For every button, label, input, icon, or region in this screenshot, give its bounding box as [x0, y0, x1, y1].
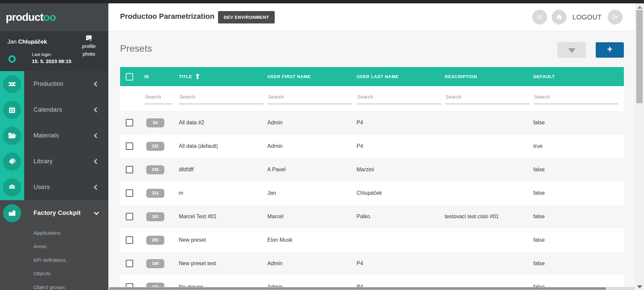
row-checkbox-cell: [120, 166, 144, 173]
calendar-icon: [3, 101, 21, 119]
column-header-label: ID: [144, 74, 149, 79]
last-login: Last login: 15. 5. 2023 08:15: [32, 52, 71, 64]
column-header-default[interactable]: DEFAULT: [533, 74, 624, 79]
table-row: 321mJanChlupáčekfalse: [120, 181, 624, 205]
row-checkbox-cell: [120, 260, 144, 267]
filter-button[interactable]: [557, 42, 586, 58]
search-input-description[interactable]: [445, 93, 530, 104]
last-login-value: 15. 5. 2023 08:15: [32, 58, 71, 64]
search-cell-title: [179, 93, 267, 104]
list-icon: [536, 13, 543, 21]
sidebar-item-production[interactable]: Production: [0, 71, 108, 97]
sidebar-item-label: Materials: [34, 132, 59, 139]
sidebar-menu-list: ProductionCalendarsMaterialsLibraryUsers…: [0, 71, 108, 290]
chevron-left-icon: [94, 81, 99, 87]
table-row: 184New preset testAdminP4false: [120, 252, 624, 275]
sidebar-subitem-object-groups[interactable]: Object groups: [0, 280, 108, 290]
vertical-scrollbar[interactable]: [635, 3, 644, 290]
content-area: Presets + IDTITLEUSER FIRST NAMEUSER LAS…: [108, 31, 635, 290]
cell-last-name: Palko: [357, 214, 445, 220]
column-header-id[interactable]: ID: [144, 74, 179, 79]
row-checkbox[interactable]: [126, 119, 133, 126]
chevron-left-icon: [94, 133, 99, 138]
window-top-bar: [0, 0, 644, 3]
cell-first-name: A Pavel: [267, 167, 357, 173]
search-cell-id: [144, 93, 179, 104]
cell-title: dfdfdff: [179, 167, 267, 173]
scroll-up-arrow-icon[interactable]: [637, 6, 642, 9]
cell-id: 181: [144, 142, 179, 151]
profile-photo-alt-text: profile photo: [77, 42, 101, 57]
horizontal-scrollbar[interactable]: [108, 287, 635, 290]
row-checkbox[interactable]: [126, 166, 133, 173]
logout-button[interactable]: LOGOUT: [573, 13, 602, 21]
sort-ascending-icon: [195, 73, 200, 80]
page-title: Presets: [120, 43, 152, 54]
table-body: 64All data #2AdminP4false181All data (de…: [120, 111, 624, 290]
row-checkbox[interactable]: [126, 213, 133, 220]
cell-default: false: [533, 167, 624, 173]
column-header-title[interactable]: TITLE: [179, 73, 267, 80]
cell-id: 281: [144, 236, 179, 245]
horizontal-scrollbar-thumb[interactable]: [109, 287, 606, 290]
sidebar-subitem-objects[interactable]: Objects: [0, 267, 108, 281]
profile-photo-placeholder[interactable]: profile photo: [77, 34, 101, 57]
id-badge: 184: [146, 259, 164, 268]
search-input-user-first-name[interactable]: [267, 93, 352, 104]
search-input-user-last-name[interactable]: [357, 93, 441, 104]
cell-default: false: [533, 120, 624, 126]
table-row: 161Marcel Test #01MarcelPalkotestovaci t…: [120, 205, 624, 228]
cell-title: New preset test: [179, 260, 267, 267]
search-cell-user-last-name: [357, 93, 445, 104]
cell-default: true: [533, 143, 624, 149]
logo-band: productoo: [0, 3, 108, 31]
productoo-logo[interactable]: productoo: [6, 11, 56, 23]
column-header-label: DEFAULT: [533, 74, 555, 79]
id-badge: 161: [146, 212, 164, 221]
search-input-title[interactable]: [179, 93, 264, 104]
cell-first-name: Admin: [267, 260, 357, 267]
chevron-left-icon: [94, 107, 99, 113]
select-all-checkbox[interactable]: [126, 73, 133, 80]
cell-title: Marcel Test #01: [179, 214, 267, 220]
home-button[interactable]: [552, 10, 567, 24]
sidebar-subitem-areas[interactable]: Areas: [0, 240, 108, 253]
column-header-description[interactable]: DESCRIPTION: [445, 74, 533, 79]
last-login-label: Last login:: [32, 52, 71, 57]
chevron-down-icon: [94, 210, 99, 215]
sidebar-subitem-kpi-definitions[interactable]: KPI definitions: [0, 253, 108, 267]
add-preset-button[interactable]: +: [596, 42, 624, 58]
sidebar: productoo Jan Chlupáček Last login: 15. …: [0, 3, 108, 290]
vertical-scrollbar-thumb[interactable]: [636, 10, 643, 103]
row-checkbox[interactable]: [126, 260, 133, 267]
row-checkbox[interactable]: [126, 189, 133, 197]
sidebar-item-calendars[interactable]: Calendars: [0, 97, 108, 123]
search-input-default[interactable]: [533, 93, 618, 104]
row-checkbox[interactable]: [126, 236, 133, 244]
id-badge: 242: [146, 165, 164, 174]
row-checkbox[interactable]: [126, 142, 133, 150]
scroll-down-arrow-icon[interactable]: [637, 285, 642, 288]
sidebar-item-factory-cockpit[interactable]: Factory Cockpit: [0, 200, 108, 226]
sidebar-item-library[interactable]: Library: [0, 149, 108, 174]
sign-out-button[interactable]: [608, 10, 623, 24]
cell-id: 184: [144, 259, 179, 268]
sidebar-item-materials[interactable]: Materials: [0, 123, 108, 149]
sidebar-item-label: Factory Cockpit: [34, 210, 81, 217]
search-input-id[interactable]: [144, 93, 173, 104]
conveyor-icon: [3, 75, 21, 93]
column-header-label: USER LAST NAME: [357, 74, 398, 79]
sidebar-item-users[interactable]: Users: [0, 174, 108, 200]
menu-list-button[interactable]: [532, 10, 547, 24]
column-header-label: USER FIRST NAME: [267, 74, 311, 79]
cell-default: false: [533, 214, 624, 220]
cell-first-name: Marcel: [267, 214, 357, 220]
sidebar-item-label: Calendars: [34, 106, 62, 113]
users-icon: [3, 178, 21, 196]
header-checkbox-cell: [120, 73, 144, 80]
column-header-user-first-name[interactable]: USER FIRST NAME: [267, 74, 357, 79]
column-header-user-last-name[interactable]: USER LAST NAME: [357, 74, 445, 79]
sidebar-subitem-applications[interactable]: Applications: [0, 226, 108, 240]
id-badge: 281: [146, 236, 164, 245]
user-panel: Jan Chlupáček Last login: 15. 5. 2023 08…: [0, 31, 108, 71]
